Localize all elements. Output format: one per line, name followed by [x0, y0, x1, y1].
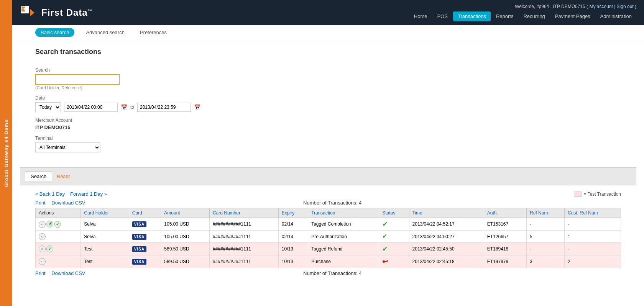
v-action-icon[interactable]: ✓ — [46, 245, 53, 252]
tab-basic-search[interactable]: Basic search — [35, 28, 74, 37]
nav-home[interactable]: Home — [409, 11, 432, 21]
col-auth[interactable]: Auth. — [484, 208, 526, 218]
sign-out-link[interactable]: Sign out — [617, 4, 634, 9]
tab-preferences[interactable]: Preferences — [136, 28, 171, 37]
status-check-icon: ✔ — [382, 245, 388, 253]
search-input[interactable] — [35, 74, 120, 85]
cell-amount: 589.50 USD — [161, 255, 210, 268]
status-partial-icon: ✔~ — [382, 233, 389, 239]
col-card[interactable]: Card — [129, 208, 161, 218]
view-action-icon[interactable]: ○ — [39, 221, 46, 228]
my-account-link[interactable]: My account — [589, 4, 613, 9]
col-cust-ref-num[interactable]: Cust. Ref Num — [564, 208, 621, 218]
cell-time: 2013/04/22 04:50:27 — [409, 231, 484, 243]
cell-auth: ET126657 — [484, 231, 526, 243]
view-action-icon[interactable]: ○ — [39, 245, 46, 252]
r-action-icon[interactable]: ↺ — [46, 221, 53, 227]
calendar-to-icon[interactable]: 📅 — [194, 104, 200, 110]
date-select[interactable]: Today — [35, 102, 61, 112]
terminal-select[interactable]: All Terminals — [35, 142, 100, 152]
download-csv-link-bottom[interactable]: Download CSV — [51, 270, 85, 276]
status-check-icon: ✔ — [382, 220, 388, 228]
cell-card-number: ###########1111 — [209, 231, 278, 243]
cell-ref-num: 3 — [527, 255, 565, 268]
nav-reports[interactable]: Reports — [491, 11, 518, 21]
reset-link[interactable]: Reset — [57, 173, 70, 179]
cell-card-holder: Test — [81, 243, 129, 255]
col-status[interactable]: Status — [379, 208, 409, 218]
header: First Data™ Welcome, itp964 · ITP DEMO07… — [12, 0, 644, 25]
nav-pos[interactable]: POS — [433, 11, 452, 21]
tab-advanced-search[interactable]: Advanced search — [82, 28, 128, 37]
test-transaction-legend: = Test Transaction — [574, 191, 621, 197]
status-refund-icon: ↩ — [382, 258, 388, 265]
nav-administration[interactable]: Administration — [596, 11, 636, 21]
col-amount[interactable]: Amount — [161, 208, 210, 218]
logo-area: First Data™ — [20, 5, 92, 20]
download-csv-link-top[interactable]: Download CSV — [51, 200, 85, 206]
search-hint: (Card Holder, Reference) — [35, 85, 621, 90]
cell-card: VISA — [129, 243, 161, 255]
test-box — [574, 191, 582, 197]
col-time[interactable]: Time — [409, 208, 484, 218]
cell-expiry: 10/13 — [278, 243, 308, 255]
results-count-top: Number of Transactions: 4 — [90, 200, 575, 206]
table-header-row: Actions Card Holder Card Amount Card Num… — [36, 208, 621, 218]
cell-status: ↩ — [379, 255, 409, 268]
nav-payment-pages[interactable]: Payment Pages — [550, 11, 595, 21]
merchant-label: Merchant Account — [35, 118, 621, 123]
nav-recurring[interactable]: Recurring — [519, 11, 549, 21]
terminal-label: Terminal — [35, 136, 621, 141]
cell-transaction: Purchase — [308, 255, 379, 268]
view-action-icon[interactable]: ○ — [39, 233, 46, 240]
merchant-value: ITP DEMO0715 — [35, 124, 621, 130]
results-links-bottom: Print Download CSV — [35, 270, 90, 276]
col-ref-num[interactable]: Ref Num — [527, 208, 565, 218]
logo-tm: ™ — [88, 8, 92, 13]
search-button[interactable]: Search — [25, 172, 52, 181]
welcome-text: Welcome, itp964 · ITP DEMO0715 ( — [515, 4, 588, 9]
date-to-input[interactable] — [137, 103, 191, 112]
cell-ref-num: - — [527, 243, 565, 255]
results-area: « Back 1 Day Forward 1 Day » = Test Tran… — [35, 191, 621, 276]
logo-icon — [20, 5, 38, 20]
col-card-number[interactable]: Card Number — [209, 208, 278, 218]
cell-transaction: Tagged Completion — [308, 218, 379, 231]
forward-1-day-link[interactable]: Forward 1 Day » — [70, 191, 107, 197]
date-from-input[interactable] — [64, 103, 118, 112]
date-label: Date — [35, 95, 621, 101]
print-link-bottom[interactable]: Print — [35, 270, 46, 276]
cell-card-holder: Test — [81, 255, 129, 268]
cell-actions: ○ — [36, 231, 81, 243]
calendar-from-icon[interactable]: 📅 — [121, 104, 127, 110]
col-transaction[interactable]: Transaction — [308, 208, 379, 218]
cell-transaction: Pre-Authorization — [308, 231, 379, 243]
cell-expiry: 02/14 — [278, 218, 308, 231]
cell-auth: ET153167 — [484, 218, 526, 231]
cell-time: 2013/04/22 02:45:50 — [409, 243, 484, 255]
cell-status: ✔ — [379, 218, 409, 231]
v-action-icon[interactable]: ✓ — [54, 221, 61, 228]
visa-badge: VISA — [132, 246, 146, 252]
merchant-group: Merchant Account ITP DEMO0715 — [35, 118, 621, 130]
cell-auth: ET197979 — [484, 255, 526, 268]
date-to-separator: to — [130, 105, 134, 110]
cell-status: ✔ — [379, 243, 409, 255]
nav-transactions[interactable]: Transactions — [453, 11, 491, 21]
cell-card: VISA — [129, 218, 161, 231]
search-button-bar: Search Reset — [20, 167, 636, 185]
print-link-top[interactable]: Print — [35, 200, 46, 206]
cell-amount: 105.00 USD — [161, 231, 210, 243]
date-row: Today 📅 to 📅 — [35, 102, 621, 112]
cell-expiry: 10/13 — [278, 255, 308, 268]
sub-nav: Basic search Advanced search Preferences — [12, 25, 644, 40]
search-form: Search (Card Holder, Reference) Date Tod… — [35, 64, 621, 162]
cell-ref-num: 5 — [527, 231, 565, 243]
back-1-day-link[interactable]: « Back 1 Day — [35, 191, 65, 197]
transactions-table: Actions Card Holder Card Amount Card Num… — [35, 208, 621, 268]
svg-rect-4 — [21, 10, 25, 11]
svg-rect-2 — [21, 7, 25, 8]
col-card-holder[interactable]: Card Holder — [81, 208, 129, 218]
cell-cust-ref-num: 1 — [564, 231, 621, 243]
view-action-icon[interactable]: ○ — [39, 258, 46, 265]
